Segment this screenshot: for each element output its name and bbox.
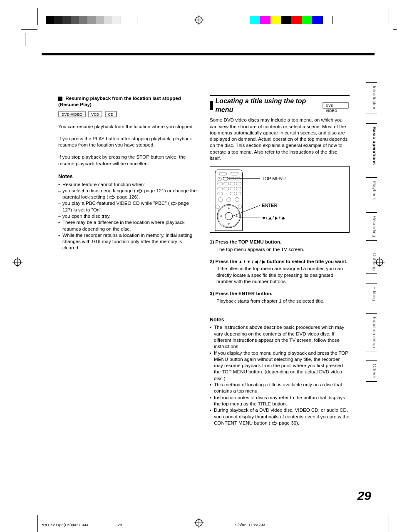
svg-rect-19: [236, 182, 241, 185]
svg-text:/: /: [279, 216, 280, 221]
tab-dubbing: Dubbing: [366, 250, 377, 274]
step-lead: 2) Press the ▲ / ▼ / ◀ / ▶ buttons to se…: [210, 258, 350, 265]
svg-point-34: [238, 205, 242, 209]
disc-tag: CD: [105, 111, 117, 117]
svg-rect-26: [236, 192, 241, 195]
down-icon: ▼: [247, 259, 251, 264]
diagram-label: ENTER: [262, 203, 277, 208]
notes-heading: Notes: [58, 173, 198, 180]
note-item: During playback of a DVD video disc, VID…: [210, 407, 350, 426]
disc-tag: VCD: [88, 111, 102, 117]
svg-text:/: /: [273, 216, 274, 221]
svg-rect-18: [230, 182, 235, 185]
svg-rect-24: [218, 192, 223, 195]
footer-file: *RD-X2.Ope(US)p027-044: [42, 522, 117, 527]
note-item: The instructions above describe basic pr…: [210, 324, 350, 349]
step-lead: 1) Press the TOP MENU button.: [210, 239, 350, 245]
svg-point-29: [235, 198, 239, 202]
disc-tag: DVD-VIDEO: [58, 111, 86, 117]
heading-chip: [210, 101, 213, 110]
svg-rect-16: [218, 182, 223, 185]
right-column: Locating a title using the top menu DVD-…: [210, 95, 350, 426]
svg-rect-25: [230, 192, 235, 195]
svg-line-36: [233, 206, 260, 216]
svg-rect-22: [230, 187, 235, 190]
tab-function-setup: Function setup: [366, 313, 377, 351]
registration-mark-icon: [194, 15, 204, 25]
notes-heading: Notes: [210, 316, 350, 323]
right-icon: ▶: [262, 259, 265, 264]
side-tabs: Introduction Basic operations Playback R…: [366, 82, 377, 382]
paragraph: If you stop playback by pressing the STO…: [58, 154, 198, 167]
page-ref-arrow-icon: [171, 201, 177, 206]
tab-introduction: Introduction: [366, 82, 377, 114]
svg-rect-17: [224, 182, 229, 185]
left-column: Resuming playback from the location last…: [58, 95, 198, 426]
svg-point-28: [227, 198, 231, 202]
paragraph: If you press the PLAY button after stopp…: [58, 135, 198, 148]
svg-rect-9: [219, 172, 227, 175]
paragraph: You can resume playback from the locatio…: [58, 123, 198, 129]
svg-rect-10: [231, 172, 238, 175]
svg-rect-20: [218, 187, 223, 190]
top-rule: [42, 53, 375, 55]
step-body: The top menu appears on the TV screen.: [216, 246, 350, 252]
registration-mark-icon: [12, 257, 22, 267]
disc-tag: DVD-VIDEO: [323, 102, 349, 109]
page-ref-arrow-icon: [137, 189, 143, 193]
paragraph: Some DVD video discs may include a top m…: [210, 117, 350, 161]
greyscale-bar: [46, 16, 121, 24]
footer-date: 9/3/02, 11:23 AM: [235, 522, 343, 527]
step-body: Playback starts from chapter 1 of the se…: [216, 298, 350, 304]
svg-rect-15: [236, 177, 241, 180]
printer-marks: [0, 0, 397, 37]
tab-basic-operations: Basic operations: [366, 123, 377, 168]
tab-recording: Recording: [366, 212, 377, 241]
step-lead: 3) Press the ENTER button.: [210, 290, 350, 296]
note-item: you play a PBC-featured VIDEO CD while "…: [58, 200, 198, 213]
svg-rect-21: [224, 187, 229, 190]
svg-rect-14: [229, 177, 234, 180]
page-ref-arrow-icon: [109, 195, 115, 199]
svg-rect-13: [223, 177, 228, 180]
notes-list: The instructions above describe basic pr…: [210, 324, 350, 426]
note-item: This method of locating a title is avail…: [210, 381, 350, 394]
note-item: you select a disc menu language ( page 1…: [58, 187, 198, 200]
disc-tags: DVD-VIDEO VCD CD: [58, 110, 198, 117]
diagram-label: TOP MENU: [262, 176, 285, 181]
note-item: If you display the top menu during playb…: [210, 350, 350, 381]
footer: *RD-X2.Ope(US)p027-044 29 9/3/02, 11:23 …: [42, 522, 375, 527]
step-2: 2) Press the ▲ / ▼ / ◀ / ▶ buttons to se…: [210, 258, 350, 284]
up-icon: ▲: [238, 259, 243, 264]
svg-point-27: [218, 198, 223, 202]
section-title: Resuming playback from the location last…: [58, 95, 181, 107]
svg-text:/: /: [266, 216, 268, 221]
notes-list: Resume feature cannot function when: you…: [58, 181, 198, 251]
svg-rect-23: [236, 187, 241, 190]
tab-playback: Playback: [366, 177, 377, 203]
step-3: 3) Press the ENTER button. Playback star…: [210, 290, 350, 304]
page-number: 29: [357, 489, 371, 503]
step-body: If the titles in the top menu are assign…: [216, 265, 350, 284]
svg-point-32: [225, 213, 233, 220]
svg-point-33: [216, 205, 219, 209]
note-item: Instruction notes of discs may refer to …: [210, 394, 350, 407]
color-bar: [250, 16, 323, 24]
left-icon: ◀: [255, 259, 258, 264]
note-item: you open the disc tray.: [58, 213, 198, 219]
heading-title: Locating a title using the top menu: [216, 97, 320, 114]
tab-others: Others: [366, 360, 377, 381]
page-ref-arrow-icon: [272, 421, 278, 425]
tab-editing: Editing: [366, 283, 377, 304]
note-item: While the recorder retains a location in…: [58, 232, 198, 251]
footer-page: 29: [118, 522, 184, 527]
note-item: There may be a difference in the locatio…: [58, 219, 198, 232]
remote-diagram: TOP MENU ENTER / / /: [210, 166, 350, 233]
note-item: Resume feature cannot function when:: [58, 181, 198, 187]
square-bullet-icon: [58, 97, 62, 101]
step-1: 1) Press the TOP MENU button. The top me…: [210, 239, 350, 252]
